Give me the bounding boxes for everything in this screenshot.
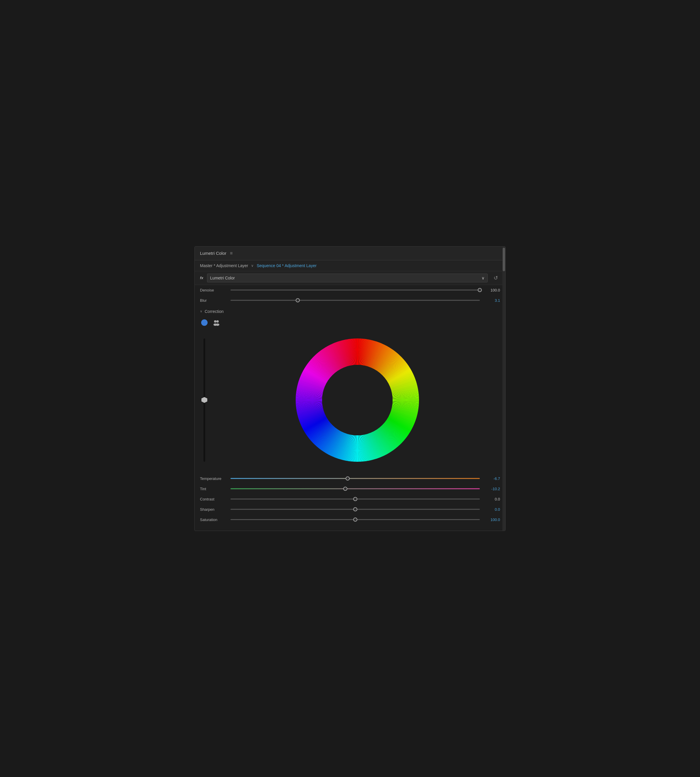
contrast-label: Contrast xyxy=(200,497,227,501)
saturation-row: Saturation 100.0 xyxy=(200,514,500,525)
contrast-value[interactable]: 0.0 xyxy=(484,497,500,501)
panel-header: Lumetri Color ≡ xyxy=(195,246,505,260)
fx-reset-button[interactable]: ↺ xyxy=(491,274,500,282)
fx-row: fx Lumetri Color ∨ ↺ xyxy=(195,271,505,285)
temperature-row: Temperature -6.7 xyxy=(200,474,500,484)
saturation-label: Saturation xyxy=(200,517,227,522)
fx-select-label: Lumetri Color xyxy=(210,276,235,280)
fx-badge: fx xyxy=(200,276,203,280)
tint-label: Tint xyxy=(200,487,227,491)
tint-row: Tint -10.2 xyxy=(200,484,500,494)
fx-select[interactable]: Lumetri Color ∨ xyxy=(207,274,488,282)
color-dot-blue[interactable] xyxy=(201,319,208,326)
breadcrumb-master[interactable]: Master * Adjustment Layer xyxy=(200,263,248,268)
lumetri-color-panel: Lumetri Color ≡ Master * Adjustment Laye… xyxy=(194,246,506,531)
tint-value[interactable]: -10.2 xyxy=(484,487,500,491)
correction-chevron-icon[interactable]: ∨ xyxy=(200,309,202,313)
saturation-slider[interactable] xyxy=(230,519,480,520)
temperature-value[interactable]: -6.7 xyxy=(484,476,500,481)
svg-point-3 xyxy=(216,323,219,326)
brightness-vertical-slider[interactable] xyxy=(200,338,209,462)
tint-slider[interactable] xyxy=(230,488,480,489)
fx-select-chevron-icon: ∨ xyxy=(482,276,485,280)
saturation-value[interactable]: 100.0 xyxy=(484,517,500,522)
correction-icons xyxy=(200,316,500,330)
svg-point-0 xyxy=(214,320,217,323)
breadcrumb-sequence[interactable]: Sequence 04 * Adjustment Layer xyxy=(257,263,317,268)
blur-slider[interactable] xyxy=(230,300,480,301)
color-wheel-area xyxy=(200,330,500,474)
contrast-slider[interactable] xyxy=(230,498,480,499)
blur-label: Blur xyxy=(200,298,227,303)
breadcrumb-row: Master * Adjustment Layer ∨ Sequence 04 … xyxy=(195,260,505,271)
content-area: Denoise 100.0 Blur 3.1 ∨ Correction xyxy=(195,285,505,531)
user-icon[interactable] xyxy=(212,318,220,327)
color-wheel-container xyxy=(215,333,500,468)
blur-row: Blur 3.1 xyxy=(200,295,500,306)
vertical-thumb[interactable] xyxy=(202,397,207,403)
denoise-label: Denoise xyxy=(200,288,227,292)
color-wheel-canvas-main[interactable] xyxy=(290,333,425,468)
sharpen-row: Sharpen 0.0 xyxy=(200,504,500,514)
denoise-slider[interactable] xyxy=(230,290,480,291)
color-wheel-wrapper[interactable] xyxy=(290,333,425,468)
panel-title: Lumetri Color xyxy=(200,251,227,256)
scrollbar[interactable] xyxy=(502,246,505,531)
contrast-row: Contrast 0.0 xyxy=(200,494,500,504)
breadcrumb-chevron-icon[interactable]: ∨ xyxy=(251,264,254,268)
scrollbar-thumb[interactable] xyxy=(503,248,505,271)
temperature-slider[interactable] xyxy=(230,478,480,479)
temperature-label: Temperature xyxy=(200,476,227,481)
denoise-value[interactable]: 100.0 xyxy=(484,288,500,292)
blur-value[interactable]: 3.1 xyxy=(484,298,500,303)
sharpen-label: Sharpen xyxy=(200,507,227,512)
denoise-row: Denoise 100.0 xyxy=(200,285,500,295)
correction-header: ∨ Correction xyxy=(200,306,500,316)
user-svg xyxy=(213,319,220,326)
sharpen-slider[interactable] xyxy=(230,509,480,510)
panel-menu-icon[interactable]: ≡ xyxy=(230,251,233,256)
svg-point-2 xyxy=(217,320,219,323)
correction-title: Correction xyxy=(205,309,224,314)
sharpen-value[interactable]: 0.0 xyxy=(484,507,500,512)
